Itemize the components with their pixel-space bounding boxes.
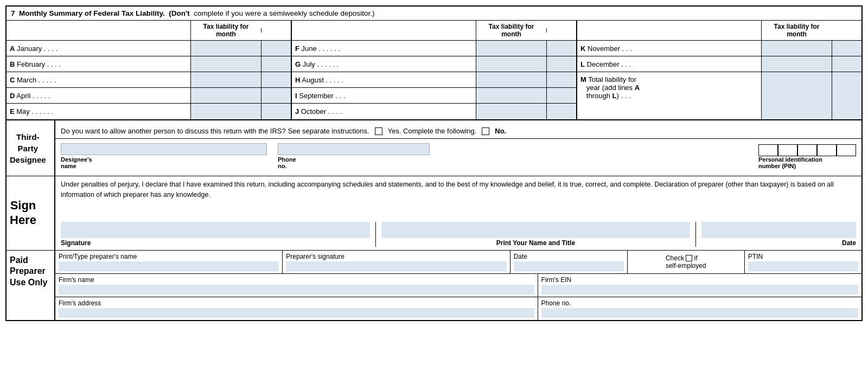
preparer-name-label: Print/Type preparer's name [59,253,279,260]
left-header-row: Tax liability for month [7,21,291,41]
middle-header-row: Tax liability for month [292,21,576,41]
sign-content: Under penalties of perjury, I declare th… [55,176,861,250]
month-g-input2[interactable] [546,56,576,72]
pin-boxes [758,144,856,156]
month-h-input[interactable] [476,72,546,87]
designee-name-field: Designee'sname [61,143,267,169]
month-i-label: I September . . . [292,88,476,103]
signature-field: Signature [61,222,376,247]
yes-checkbox[interactable] [375,127,382,135]
preparer-row-3: Firm's address Phone no. [55,297,861,320]
firm-ein-label: Firm's EIN [541,276,858,284]
month-k-label: K November . . . [577,41,761,56]
preparer-name-input[interactable] [59,261,279,271]
month-row-k: K November . . . [577,41,861,56]
month-f-input[interactable] [476,41,546,56]
firm-address-input[interactable] [59,308,534,318]
firm-phone-label: Phone no. [541,299,858,307]
month-m-input[interactable] [761,72,832,119]
month-j-label: J October . . . . [292,104,476,119]
month-d-label: D April . . . . . [7,88,190,103]
month-e-input[interactable] [190,104,261,119]
designee-name-input[interactable] [61,143,267,155]
self-employed-checkbox[interactable] [686,255,692,261]
month-c-input[interactable] [190,72,261,87]
month-j-input[interactable] [476,104,546,119]
phone-input[interactable] [278,143,430,155]
month-l-input[interactable] [761,56,832,72]
middle-months-section: Tax liability for month F June . . . . .… [292,21,577,119]
month-g-label: G July . . . . . . [292,56,476,72]
no-checkbox[interactable] [482,127,489,135]
right-months-section: Tax liability for month K November . . .… [577,21,861,119]
designee-name-label: Designee'sname [61,156,267,169]
pin-box-1[interactable] [758,144,778,156]
firm-phone-input[interactable] [541,308,858,318]
sign-here-label: SignHere [7,176,55,250]
paid-preparer-label: PaidPreparerUse Only [7,251,55,320]
preparer-sig-input[interactable] [286,261,506,271]
ptin-cell: PTIN [745,251,861,273]
middle-tax-header: Tax liability for month [476,21,546,40]
firm-ein-input[interactable] [541,285,858,295]
third-party-label: Third-PartyDesignee [7,120,55,176]
print-name-label: Print Your Name and Title [381,239,691,247]
yes-label: Yes. Complete the following. [388,127,477,135]
signature-label: Signature [61,239,370,247]
month-row-d: D April . . . . . [7,88,291,104]
pin-box-4[interactable] [817,144,837,156]
month-i-input2[interactable] [546,88,576,103]
month-d-input[interactable] [190,88,261,103]
pin-box-3[interactable] [797,144,817,156]
preparer-date-label: Date [514,253,624,260]
pin-box-5[interactable] [837,144,856,156]
month-h-input2[interactable] [546,72,576,87]
left-tax-header: Tax liability for month [190,21,261,40]
print-name-input[interactable] [381,222,691,238]
ptin-input[interactable] [748,261,858,271]
month-b-input[interactable] [190,56,261,72]
signature-input[interactable] [61,222,370,238]
month-row-c: C March . . . . . [7,72,291,88]
left-months-section: Tax liability for month A January . . . … [7,21,292,119]
month-a-input[interactable] [190,41,261,56]
phone-field: Phoneno. [278,143,430,169]
paid-preparer-section: PaidPreparerUse Only Print/Type preparer… [7,251,861,320]
firm-phone-cell: Phone no. [538,297,861,320]
month-f-input2[interactable] [546,41,576,56]
print-name-field: Print Your Name and Title [376,222,697,247]
third-party-content: Do you want to allow another person to d… [55,120,861,176]
month-a-label: A January . . . . [7,41,190,56]
month-i-input[interactable] [476,88,546,103]
month-c-input2[interactable] [261,72,291,87]
sign-date-input[interactable] [701,222,856,238]
firm-ein-cell: Firm's EIN [538,274,861,297]
firm-name-input[interactable] [59,285,534,295]
month-k-input2[interactable] [832,41,861,56]
month-d-input2[interactable] [261,88,291,103]
month-k-input[interactable] [761,41,832,56]
preparer-row-2: Firm's name Firm's EIN [55,274,861,297]
firm-name-cell: Firm's name [55,274,538,297]
month-row-a: A January . . . . [7,41,291,56]
pin-box-2[interactable] [778,144,797,156]
preparer-date-cell: Date [510,251,628,273]
month-c-label: C March . . . . . [7,72,190,87]
month-row-e: E May . . . . . . [7,104,291,119]
left-tax-header2 [261,28,291,33]
preparer-name-cell: Print/Type preparer's name [55,251,283,273]
month-l-input2[interactable] [832,56,861,72]
month-b-input2[interactable] [261,56,291,72]
month-h-label: H August . . . . . [292,72,476,87]
preparer-row-1: Print/Type preparer's name Preparer's si… [55,251,861,274]
month-row-i: I September . . . [292,88,576,104]
month-j-input2[interactable] [546,104,576,119]
preparer-date-input[interactable] [514,261,624,271]
pin-field: Personal identificationnumber (PIN) [758,144,856,169]
month-e-input2[interactable] [261,104,291,119]
monthly-summary-table: Tax liability for month A January . . . … [7,21,861,120]
right-header-row: Tax liability for month [577,21,861,41]
month-g-input[interactable] [476,56,546,72]
month-a-input2[interactable] [261,41,291,56]
month-m-input2[interactable] [832,72,861,119]
